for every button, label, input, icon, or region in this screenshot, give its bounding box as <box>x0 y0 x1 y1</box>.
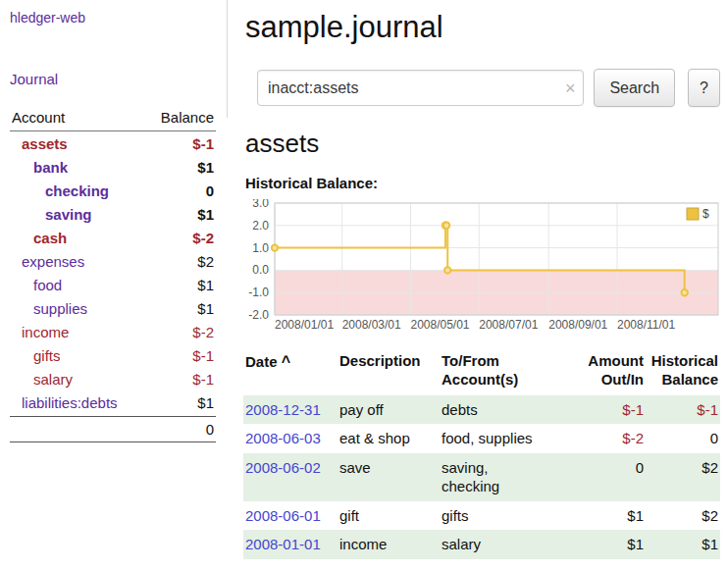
accounts-rows: assets$-1bank$1checking0saving$1cash$-2e… <box>10 131 216 414</box>
accounts-total-value: 0 <box>206 421 214 438</box>
search-bar: × Search ? <box>257 69 720 107</box>
transaction-amount: $-2 <box>569 424 646 453</box>
account-balance: $1 <box>197 206 214 223</box>
transaction-date-link[interactable]: 2008-12-31 <box>245 401 321 418</box>
transaction-description: save <box>338 453 440 501</box>
account-balance: $-1 <box>192 347 214 364</box>
account-link[interactable]: cash <box>10 230 67 246</box>
header-description: Description <box>338 350 440 395</box>
svg-text:2008/03/01: 2008/03/01 <box>342 318 401 332</box>
account-row: expenses$2 <box>10 249 216 273</box>
transaction-description: pay off <box>338 395 440 425</box>
account-balance: $-2 <box>192 324 214 340</box>
transaction-balance: $1 <box>646 530 720 559</box>
account-link[interactable]: checking <box>10 182 109 199</box>
account-row: cash$-2 <box>10 226 216 249</box>
account-balance: $1 <box>197 394 214 411</box>
register-header-row: Date ^ Description To/From Account(s) Am… <box>243 350 720 395</box>
account-row: assets$-1 <box>10 131 216 155</box>
header-date: Date <box>245 353 278 370</box>
transaction-balance: $2 <box>646 501 720 531</box>
account-row: gifts$-1 <box>10 343 216 367</box>
svg-text:-2.0: -2.0 <box>248 308 269 322</box>
transaction-balance: $-1 <box>646 395 720 425</box>
clear-search-icon[interactable]: × <box>565 78 576 96</box>
account-balance: $-1 <box>192 135 214 152</box>
account-row: income$-2 <box>10 320 216 343</box>
transaction-accounts: food, supplies <box>440 424 569 453</box>
svg-text:2008/11/01: 2008/11/01 <box>617 318 675 332</box>
svg-text:0.0: 0.0 <box>252 263 269 277</box>
transaction-accounts: debts <box>440 395 569 425</box>
account-row: supplies$1 <box>10 296 216 320</box>
transaction-date-link[interactable]: 2008-06-01 <box>245 507 321 524</box>
account-heading: assets <box>245 129 720 159</box>
historical-balance-chart: 3.02.01.00.0-1.0-2.02008/01/012008/03/01… <box>243 199 720 335</box>
app-title-link[interactable]: hledger-web <box>10 10 228 26</box>
transaction-description: income <box>338 530 440 559</box>
svg-text:2008/07/01: 2008/07/01 <box>479 318 538 332</box>
account-row: salary$-1 <box>10 367 216 390</box>
transaction-description: eat & shop <box>338 424 440 453</box>
search-button[interactable]: Search <box>594 69 675 107</box>
transaction-date-link[interactable]: 2008-06-02 <box>245 459 321 476</box>
sort-asc-icon: ^ <box>282 353 290 370</box>
transaction-description: gift <box>338 501 440 531</box>
search-field-wrap: × <box>257 70 584 106</box>
transaction-accounts: gifts <box>440 501 569 531</box>
legend-series-label: $ <box>702 207 709 221</box>
account-link[interactable]: assets <box>10 135 68 152</box>
account-balance: $1 <box>197 159 214 176</box>
sidebar: hledger-web Journal Account Balance asse… <box>0 0 228 442</box>
account-row: saving$1 <box>10 202 216 226</box>
accounts-table: Account Balance assets$-1bank$1checking0… <box>10 107 216 442</box>
register-row: 2008-06-03eat & shopfood, supplies$-20 <box>243 424 720 453</box>
help-button[interactable]: ? <box>688 69 720 107</box>
transaction-amount: 0 <box>569 453 646 501</box>
account-balance: $1 <box>197 300 214 317</box>
transaction-balance: $2 <box>646 453 720 501</box>
transaction-date-link[interactable]: 2008-06-03 <box>245 430 321 446</box>
register-row: 2008-06-02savesaving, checking0$2 <box>243 453 720 501</box>
account-link[interactable]: bank <box>10 159 68 176</box>
sort-by-date-link[interactable]: Date ^ <box>245 353 290 370</box>
header-balance: Historical Balance <box>646 350 720 395</box>
account-balance: $2 <box>197 253 214 270</box>
accounts-table-header: Account Balance <box>10 107 216 131</box>
accounts-total-row: 0 <box>10 416 216 442</box>
account-link[interactable]: saving <box>10 206 92 223</box>
account-row: food$1 <box>10 273 216 296</box>
account-balance: $1 <box>197 277 214 293</box>
account-link[interactable]: liabilities:debts <box>10 394 118 411</box>
sidebar-divider <box>227 0 228 118</box>
account-link[interactable]: expenses <box>10 253 84 270</box>
register-row: 2008-06-01giftgifts$1$2 <box>243 501 720 531</box>
account-link[interactable]: gifts <box>10 347 61 364</box>
account-row: liabilities:debts$1 <box>10 390 216 414</box>
header-amount: Amount Out/In <box>569 350 646 395</box>
accounts-header-balance: Balance <box>161 109 214 126</box>
register-table: Date ^ Description To/From Account(s) Am… <box>243 350 720 559</box>
account-row: bank$1 <box>10 155 216 179</box>
transaction-amount: $-1 <box>569 395 646 425</box>
account-balance: 0 <box>206 182 214 199</box>
account-link[interactable]: food <box>10 277 62 293</box>
account-balance: $-1 <box>192 371 214 388</box>
svg-text:2.0: 2.0 <box>252 219 269 233</box>
account-link[interactable]: supplies <box>10 300 87 317</box>
accounts-header-account: Account <box>12 109 65 126</box>
account-link[interactable]: salary <box>10 371 73 388</box>
nav-journal-link[interactable]: Journal <box>10 71 228 87</box>
header-accounts: To/From Account(s) <box>440 350 569 395</box>
transaction-date-link[interactable]: 2008-01-01 <box>245 536 321 552</box>
account-link[interactable]: income <box>10 324 69 340</box>
svg-text:2008/01/01: 2008/01/01 <box>275 318 334 332</box>
page-title: sample.journal <box>245 10 720 45</box>
main-content: sample.journal × Search ? assets Histori… <box>243 0 720 559</box>
transaction-amount: $1 <box>569 501 646 531</box>
account-row: checking0 <box>10 179 216 202</box>
register-row: 2008-12-31pay offdebts$-1$-1 <box>243 395 720 425</box>
svg-text:3.0: 3.0 <box>252 199 269 210</box>
search-input[interactable] <box>257 70 584 106</box>
svg-text:2008/05/01: 2008/05/01 <box>410 318 469 332</box>
